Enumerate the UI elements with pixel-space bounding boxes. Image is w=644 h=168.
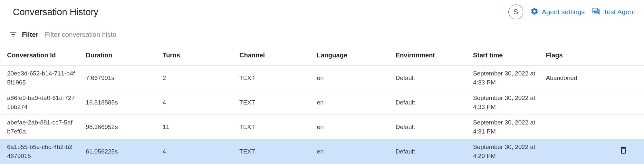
environment-cell: Default bbox=[389, 115, 466, 139]
conversation-id-cell: 20ed3d-652-b14-711-b4f5f1965 bbox=[0, 66, 79, 90]
filter-icon[interactable] bbox=[9, 30, 17, 39]
col-header-flags[interactable]: Flags bbox=[539, 45, 611, 66]
agent-settings-link[interactable]: Agent settings bbox=[530, 7, 585, 17]
agent-settings-label: Agent settings bbox=[542, 8, 585, 16]
duration-cell: 61.056225s bbox=[79, 139, 155, 164]
turns-cell: 2 bbox=[156, 66, 232, 90]
table-row[interactable]: abefae-2ab-881-cc7-5afb7ef0a98.366952s11… bbox=[0, 115, 644, 139]
channel-cell: TEXT bbox=[232, 66, 310, 90]
table-row[interactable]: 6a1b55-b5e-cbc-4b2-b2467901561.056225s4T… bbox=[0, 139, 644, 164]
channel-cell: TEXT bbox=[232, 139, 310, 164]
environment-cell: Default bbox=[389, 66, 466, 90]
filter-bar: Filter bbox=[0, 24, 644, 45]
actions-cell bbox=[612, 115, 644, 139]
test-agent-label: Test Agent bbox=[603, 8, 635, 16]
conversation-id-cell: abefae-2ab-881-cc7-5afb7ef0a bbox=[0, 115, 79, 139]
col-header-turns[interactable]: Turns bbox=[156, 45, 232, 66]
col-header-starttime[interactable]: Start time bbox=[466, 45, 539, 66]
environment-cell: Default bbox=[389, 139, 466, 164]
page-header: Conversation History S Agent settings Te… bbox=[0, 0, 644, 24]
turns-cell: 4 bbox=[156, 90, 232, 115]
flags-cell: Abandoned bbox=[539, 66, 611, 90]
starttime-cell: September 30, 2022 at 4:31 PM bbox=[466, 115, 539, 139]
flags-cell bbox=[539, 115, 611, 139]
col-header-channel[interactable]: Channel bbox=[232, 45, 310, 66]
col-header-language[interactable]: Language bbox=[310, 45, 388, 66]
table-header-row: Conversation Id Duration Turns Channel L… bbox=[0, 45, 644, 66]
filter-input[interactable] bbox=[43, 29, 127, 40]
conversation-id-cell: 6a1b55-b5e-cbc-4b2-b24679015 bbox=[0, 139, 79, 164]
starttime-cell: September 30, 2022 at 4:33 PM bbox=[466, 66, 539, 90]
actions-cell bbox=[612, 139, 644, 164]
filter-label: Filter bbox=[22, 31, 38, 38]
language-cell: en bbox=[310, 66, 388, 90]
language-cell: en bbox=[310, 90, 388, 115]
duration-cell: 16.818585s bbox=[79, 90, 155, 115]
col-header-actions bbox=[612, 45, 644, 66]
flags-cell bbox=[539, 139, 611, 164]
col-header-environment[interactable]: Environment bbox=[389, 45, 466, 66]
gear-icon bbox=[530, 7, 539, 17]
conversation-id-cell: a86fe9-ba9-de0-61d-7271bb274 bbox=[0, 90, 79, 115]
chat-icon bbox=[592, 7, 600, 17]
starttime-cell: September 30, 2022 at 4:29 PM bbox=[466, 139, 539, 164]
channel-cell: TEXT bbox=[232, 115, 310, 139]
table-row[interactable]: a86fe9-ba9-de0-61d-7271bb27416.818585s4T… bbox=[0, 90, 644, 115]
turns-cell: 11 bbox=[156, 115, 232, 139]
table-row[interactable]: 20ed3d-652-b14-711-b4f5f19657.667991s2TE… bbox=[0, 66, 644, 90]
duration-cell: 98.366952s bbox=[79, 115, 155, 139]
test-agent-link[interactable]: Test Agent bbox=[592, 7, 635, 17]
language-cell: en bbox=[310, 139, 388, 164]
duration-cell: 7.667991s bbox=[79, 66, 155, 90]
avatar-letter: S bbox=[513, 8, 518, 16]
actions-cell bbox=[612, 66, 644, 90]
turns-cell: 4 bbox=[156, 139, 232, 164]
starttime-cell: September 30, 2022 at 4:33 PM bbox=[466, 90, 539, 115]
channel-cell: TEXT bbox=[232, 90, 310, 115]
avatar[interactable]: S bbox=[508, 5, 523, 19]
actions-cell bbox=[612, 90, 644, 115]
conversation-table: Conversation Id Duration Turns Channel L… bbox=[0, 45, 644, 164]
col-header-id[interactable]: Conversation Id bbox=[0, 45, 79, 66]
page-title: Conversation History bbox=[13, 7, 508, 17]
header-actions: S Agent settings Test Agent bbox=[508, 5, 635, 19]
environment-cell: Default bbox=[389, 90, 466, 115]
language-cell: en bbox=[310, 115, 388, 139]
col-header-duration[interactable]: Duration bbox=[79, 45, 155, 66]
flags-cell bbox=[539, 90, 611, 115]
delete-icon[interactable] bbox=[619, 146, 628, 155]
